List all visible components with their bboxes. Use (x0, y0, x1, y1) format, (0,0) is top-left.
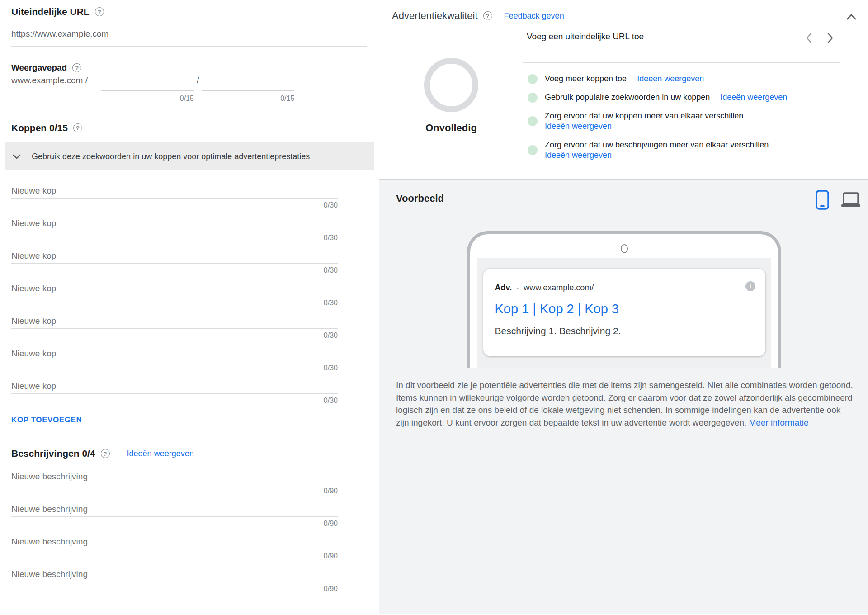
ad-separator: · (516, 283, 519, 293)
collapse-panel-button[interactable] (846, 14, 856, 22)
description-input[interactable]: Nieuwe beschrijving (11, 565, 338, 582)
more-info-link[interactable]: Meer informatie (749, 418, 809, 427)
ad-quality-title: Advertentiekwaliteit (392, 10, 478, 22)
headline-input[interactable]: Nieuwe kop (11, 344, 338, 361)
headline-field-7[interactable]: Nieuwe kop 0/30 (11, 377, 338, 409)
suggestion-ideas-link[interactable]: Ideeën weergeven (637, 74, 704, 83)
suggestion-text: Zorg ervoor dat uw koppen meer van elkaa… (545, 111, 743, 121)
path-input-1[interactable] (101, 74, 194, 91)
suggestion-item: Zorg ervoor dat uw beschrijvingen meer v… (528, 140, 862, 161)
path-field-2[interactable]: 0/15 (202, 74, 294, 91)
carousel-next-button[interactable] (827, 33, 834, 45)
desktop-preview-icon[interactable] (841, 192, 861, 208)
headline-counter: 0/30 (11, 329, 338, 340)
status-dot-icon (528, 116, 538, 126)
description-ideas-link[interactable]: Ideeën weergeven (127, 449, 194, 459)
description-input[interactable]: Nieuwe beschrijving (11, 500, 338, 517)
help-icon[interactable]: ? (72, 63, 81, 72)
keyword-hint-text: Gebruik deze zoekwoorden in uw koppen vo… (32, 152, 310, 161)
headline-input[interactable]: Nieuwe kop (11, 246, 338, 264)
status-dot-icon (528, 74, 538, 84)
path-separator: / (197, 76, 199, 91)
headline-counter: 0/30 (11, 394, 338, 405)
headline-counter: 0/30 (11, 361, 338, 372)
preview-title: Voorbeeld (396, 193, 444, 204)
chevron-down-icon (13, 154, 21, 159)
status-dot-icon (528, 145, 538, 155)
headline-field-1[interactable]: Nieuwe kop 0/30 (11, 181, 338, 214)
suggestion-text: Gebruik populaire zoekwoorden in uw kopp… (545, 93, 710, 102)
help-icon[interactable]: ? (73, 123, 82, 132)
quality-gauge-ring (424, 58, 478, 112)
chevron-up-icon (846, 14, 856, 20)
suggestion-text: Zorg ervoor dat uw beschrijvingen meer v… (545, 140, 769, 150)
headline-input[interactable]: Nieuwe kop (11, 377, 338, 394)
display-path-base: www.example.com / (11, 76, 101, 91)
preview-disclaimer: In dit voorbeeld zie je potentiële adver… (396, 379, 855, 429)
headline-field-4[interactable]: Nieuwe kop 0/30 (11, 279, 338, 312)
suggestion-ideas-link[interactable]: Ideeën weergeven (545, 150, 769, 161)
keyword-hint-expander[interactable]: Gebruik deze zoekwoorden in uw koppen vo… (5, 142, 374, 170)
headline-counter: 0/30 (11, 296, 338, 307)
final-url-input[interactable]: https://www.example.com (11, 29, 367, 47)
ad-headline[interactable]: Kop 1 | Kop 2 | Kop 3 (495, 302, 754, 317)
path-counter-1: 0/15 (180, 95, 194, 103)
headlines-section: Koppen 0/15 ? Gebruik deze zoekwoorden i… (0, 123, 379, 425)
final-url-section: Uiteindelijke URL ? https://www.example.… (0, 0, 379, 47)
description-input[interactable]: Nieuwe beschrijving (11, 467, 338, 484)
description-counter: 0/90 (11, 549, 338, 560)
headline-input[interactable]: Nieuwe kop (11, 214, 338, 231)
ad-display-url: www.example.com/ (524, 283, 594, 293)
feedback-link[interactable]: Feedback geven (504, 11, 564, 21)
headline-counter: 0/30 (11, 199, 338, 209)
help-icon[interactable]: ? (483, 11, 492, 20)
chevron-right-icon (827, 33, 834, 43)
headline-field-3[interactable]: Nieuwe kop 0/30 (11, 246, 338, 279)
carousel-prev-button[interactable] (806, 33, 812, 45)
description-field-4[interactable]: Nieuwe beschrijving 0/90 (11, 565, 338, 597)
phone-camera-icon (621, 244, 628, 253)
suggestion-ideas-link[interactable]: Ideeën weergeven (545, 121, 743, 132)
mobile-preview-icon[interactable] (816, 190, 829, 210)
help-icon[interactable]: ? (95, 7, 104, 16)
headlines-title: Koppen 0/15 (11, 123, 68, 133)
display-path-section: Weergavepad ? www.example.com / 0/15 / 0… (11, 63, 379, 91)
description-field-3[interactable]: Nieuwe beschrijving 0/90 (11, 532, 338, 565)
path-counter-2: 0/15 (280, 95, 294, 103)
chevron-left-icon (806, 33, 812, 43)
ad-preview-section: Voorbeeld Adv. · www.example.com/ i (379, 180, 868, 614)
headline-counter: 0/30 (11, 231, 338, 242)
info-icon[interactable]: i (745, 281, 755, 291)
device-toggle (816, 190, 861, 210)
headline-input[interactable]: Nieuwe kop (11, 279, 338, 296)
headline-input[interactable]: Nieuwe kop (11, 312, 338, 329)
path-input-2[interactable] (202, 74, 294, 91)
headline-counter: 0/30 (11, 264, 338, 274)
headline-field-5[interactable]: Nieuwe kop 0/30 (11, 312, 338, 344)
headline-field-6[interactable]: Nieuwe kop 0/30 (11, 344, 338, 377)
display-path-label: Weergavepad (11, 63, 67, 73)
quality-status-label: Onvolledig (410, 122, 492, 134)
description-field-2[interactable]: Nieuwe beschrijving 0/90 (11, 500, 338, 532)
headline-input[interactable]: Nieuwe kop (11, 181, 338, 199)
headline-field-2[interactable]: Nieuwe kop 0/30 (11, 214, 338, 246)
suggestion-list: Voeg meer koppen toe Ideeën weergeven Ge… (528, 74, 862, 169)
descriptions-title: Beschrijvingen 0/4 (11, 448, 95, 459)
ad-badge: Adv. (495, 283, 512, 293)
description-input[interactable]: Nieuwe beschrijving (11, 532, 338, 549)
path-field-1[interactable]: 0/15 (101, 74, 194, 91)
description-field-1[interactable]: Nieuwe beschrijving 0/90 (11, 467, 338, 500)
suggestion-ideas-link[interactable]: Ideeën weergeven (720, 93, 787, 102)
help-icon[interactable]: ? (101, 449, 110, 458)
final-url-label: Uiteindelijke URL (11, 6, 90, 17)
ad-description: Beschrijving 1. Beschrijving 2. (495, 326, 754, 336)
descriptions-section: Beschrijvingen 0/4 ? Ideeën weergeven Ni… (0, 448, 379, 597)
suggestion-item: Gebruik populaire zoekwoorden in uw kopp… (528, 92, 862, 103)
phone-screen: Adv. · www.example.com/ i Kop 1 | Kop 2 … (477, 258, 771, 368)
phone-mockup: Adv. · www.example.com/ i Kop 1 | Kop 2 … (467, 231, 781, 368)
right-panel: Advertentiekwaliteit ? Feedback geven Vo… (379, 0, 868, 615)
add-headline-button[interactable]: KOP TOEVOEGEN (11, 416, 82, 425)
description-counter: 0/90 (11, 582, 338, 593)
suggestion-item: Voeg meer koppen toe Ideeën weergeven (528, 74, 862, 84)
status-dot-icon (528, 93, 538, 103)
